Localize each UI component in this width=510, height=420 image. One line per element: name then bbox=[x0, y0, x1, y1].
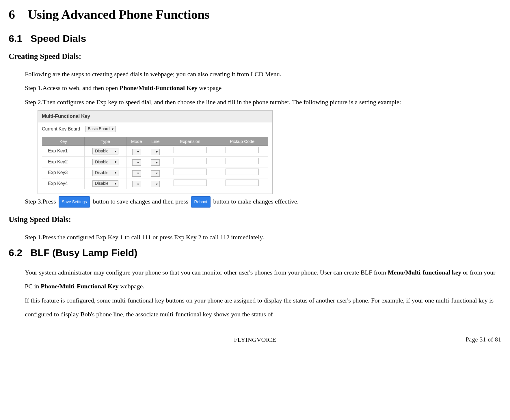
chevron-down-icon: ▾ bbox=[137, 182, 139, 187]
blf-p1-bold2: Phone/Multi-Functional Key bbox=[41, 283, 119, 290]
line-select[interactable]: ▾ bbox=[151, 159, 160, 166]
type-select[interactable]: Disable▾ bbox=[92, 159, 118, 165]
key-name: Exp Key2 bbox=[42, 156, 85, 167]
creating-intro: Following are the steps to creating spee… bbox=[25, 67, 501, 81]
type-value: Disable bbox=[95, 148, 109, 154]
table-row: Exp Key1 Disable▾ ▾ ▾ bbox=[42, 146, 268, 156]
footer-center: FLYINGVOICE bbox=[9, 335, 501, 344]
type-select[interactable]: Disable▾ bbox=[92, 180, 118, 187]
col-type: Type bbox=[85, 137, 126, 146]
mode-select[interactable]: ▾ bbox=[132, 170, 141, 177]
expansion-input[interactable] bbox=[174, 169, 207, 175]
chapter-number: 6 bbox=[9, 8, 15, 22]
section-6-2-title: 6.2 BLF (Busy Lamp Field) bbox=[9, 246, 501, 260]
creating-speed-dials-heading: Creating Speed Dials: bbox=[9, 51, 501, 62]
mfk-panel-body: Current Key Board Basic Board ▾ Key Type… bbox=[38, 122, 272, 194]
mode-select[interactable]: ▾ bbox=[132, 149, 141, 155]
chapter-name: Using Advanced Phone Functions bbox=[28, 8, 210, 22]
type-value: Disable bbox=[95, 170, 109, 176]
type-value: Disable bbox=[95, 159, 109, 165]
mode-select[interactable]: ▾ bbox=[132, 159, 141, 166]
type-value: Disable bbox=[95, 181, 109, 186]
chapter-title: 6 Using Advanced Phone Functions bbox=[9, 6, 501, 24]
expansion-input[interactable] bbox=[174, 158, 207, 164]
section-6-1-name: Speed Dials bbox=[31, 33, 86, 44]
chevron-down-icon: ▾ bbox=[115, 170, 116, 175]
chevron-down-icon: ▾ bbox=[156, 182, 158, 187]
step3-post: button to make changes effective. bbox=[213, 198, 299, 205]
step1-post: webpage bbox=[198, 84, 222, 92]
chevron-down-icon: ▾ bbox=[156, 160, 158, 165]
chevron-down-icon: ▾ bbox=[137, 150, 139, 154]
table-row: Exp Key4 Disable▾ ▾ ▾ bbox=[42, 178, 268, 189]
col-pickup-code: Pickup Code bbox=[216, 137, 268, 146]
col-expansion: Expansion bbox=[164, 137, 216, 146]
line-select[interactable]: ▾ bbox=[151, 149, 160, 155]
current-key-board-value: Basic Board bbox=[88, 126, 109, 132]
section-6-1-number: 6.1 bbox=[9, 33, 22, 44]
type-select[interactable]: Disable▾ bbox=[92, 170, 118, 176]
pickup-code-input[interactable] bbox=[226, 158, 259, 164]
current-key-board-label: Current Key Board bbox=[42, 126, 85, 132]
expansion-input[interactable] bbox=[174, 147, 207, 153]
creating-step-3: Step 3.Press Save Settings button to sav… bbox=[25, 195, 501, 208]
blf-p1-pre: Your system administrator may configure … bbox=[25, 269, 388, 276]
using-speed-dials-heading: Using Speed Dials: bbox=[9, 214, 501, 225]
footer-page-number: Page 31 of 81 bbox=[466, 335, 501, 344]
multi-functional-key-panel: Multi-Functional Key Current Key Board B… bbox=[38, 110, 273, 194]
creating-step-2: Step 2.Then configures one Exp key to sp… bbox=[25, 95, 501, 109]
col-mode: Mode bbox=[126, 137, 147, 146]
mfk-table-header-row: Key Type Mode Line Expansion Pickup Code bbox=[42, 137, 268, 146]
using-step-1: Step 1.Press the configured Exp Key 1 to… bbox=[25, 230, 501, 244]
pickup-code-input[interactable] bbox=[226, 169, 259, 175]
chevron-down-icon: ▾ bbox=[137, 160, 139, 165]
chevron-down-icon: ▾ bbox=[115, 160, 116, 165]
section-6-1-title: 6.1 Speed Dials bbox=[9, 32, 501, 46]
reboot-button[interactable]: Reboot bbox=[191, 196, 211, 208]
type-select[interactable]: Disable▾ bbox=[92, 148, 118, 154]
chevron-down-icon: ▾ bbox=[156, 171, 158, 176]
mode-select[interactable]: ▾ bbox=[132, 181, 141, 187]
chevron-down-icon: ▾ bbox=[137, 171, 139, 176]
chevron-down-icon: ▾ bbox=[156, 150, 158, 154]
col-line: Line bbox=[147, 137, 164, 146]
chevron-down-icon: ▾ bbox=[112, 127, 113, 132]
mfk-table: Key Type Mode Line Expansion Pickup Code… bbox=[42, 137, 268, 189]
col-key: Key bbox=[42, 137, 85, 146]
table-row: Exp Key2 Disable▾ ▾ ▾ bbox=[42, 156, 268, 167]
blf-paragraph-2: If this feature is configured, some mult… bbox=[25, 294, 501, 322]
key-name: Exp Key4 bbox=[42, 178, 85, 189]
step3-mid: button to save changes and then press bbox=[93, 198, 190, 205]
step3-pre: Step 3.Press bbox=[25, 198, 57, 205]
mfk-panel-title: Multi-Functional Key bbox=[38, 111, 272, 122]
chevron-down-icon: ▾ bbox=[115, 149, 116, 154]
line-select[interactable]: ▾ bbox=[151, 181, 160, 187]
current-key-board-row: Current Key Board Basic Board ▾ bbox=[42, 126, 268, 132]
section-6-2-number: 6.2 bbox=[9, 247, 22, 258]
blf-p1-post: webpage. bbox=[119, 283, 144, 290]
chevron-down-icon: ▾ bbox=[115, 181, 116, 186]
step1-bold: Phone/Multi-Functional Key bbox=[120, 84, 198, 92]
pickup-code-input[interactable] bbox=[226, 180, 259, 186]
current-key-board-select[interactable]: Basic Board ▾ bbox=[85, 126, 116, 132]
table-row: Exp Key3 Disable▾ ▾ ▾ bbox=[42, 167, 268, 178]
save-settings-button[interactable]: Save Settings bbox=[59, 196, 90, 208]
section-6-2-name: BLF (Busy Lamp Field) bbox=[31, 247, 137, 258]
mfk-table-body: Exp Key1 Disable▾ ▾ ▾ Exp Key2 Disable▾ … bbox=[42, 146, 268, 189]
key-name: Exp Key3 bbox=[42, 167, 85, 178]
pickup-code-input[interactable] bbox=[226, 147, 259, 153]
line-select[interactable]: ▾ bbox=[151, 170, 160, 177]
blf-paragraph-1: Your system administrator may configure … bbox=[25, 266, 501, 294]
step1-pre: Step 1.Access to web, and then open bbox=[25, 84, 120, 92]
page-footer: FLYINGVOICE Page 31 of 81 bbox=[9, 335, 501, 344]
blf-p1-bold1: Menu/Multi-functional key bbox=[388, 269, 461, 276]
creating-step-1: Step 1.Access to web, and then open Phon… bbox=[25, 81, 501, 95]
expansion-input[interactable] bbox=[174, 180, 207, 186]
key-name: Exp Key1 bbox=[42, 146, 85, 156]
